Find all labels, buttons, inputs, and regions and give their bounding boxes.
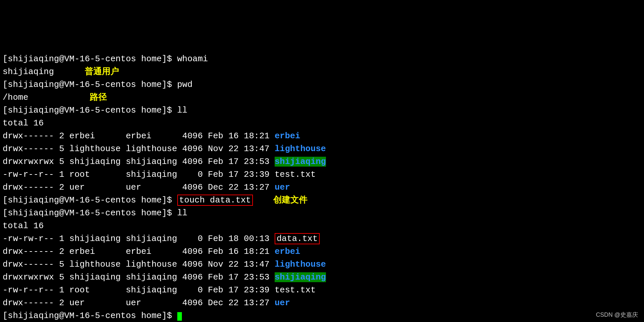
listing-row: drwx------ 5 lighthouse lighthouse 4096 … [3, 258, 641, 271]
command: ll [177, 105, 187, 115]
annotation-create-file: 创建文件 [273, 195, 308, 205]
listing-row: -rw-r--r-- 1 root shijiaqing 0 Feb 17 23… [3, 284, 641, 297]
command: ll [177, 208, 187, 218]
cursor [177, 312, 182, 321]
prompt-line: [shijiaqing@VM-16-5-centos home]$ pwd [3, 78, 641, 91]
listing-row: drwx------ 2 uer uer 4096 Dec 22 13:27 u… [3, 297, 641, 309]
prompt-line: [shijiaqing@VM-16-5-centos home]$ touch … [3, 194, 641, 207]
terminal-output[interactable]: [shijiaqing@VM-16-5-centos home]$ whoami… [3, 53, 641, 322]
listing-row: -rw-r--r-- 1 root shijiaqing 0 Feb 17 23… [3, 168, 641, 181]
listing-row: drwx------ 2 erbei erbei 4096 Feb 16 18:… [3, 245, 641, 258]
prompt: [shijiaqing@VM-16-5-centos home]$ [3, 311, 177, 321]
file-name: test.txt [275, 170, 316, 179]
file-name: erbei [275, 131, 300, 141]
annotation-ordinary-user: 普通用户 [85, 67, 119, 77]
output-line: total 16 [3, 117, 641, 130]
file-name: data.txt [277, 234, 318, 244]
output-line: /home 路径 [3, 91, 641, 104]
prompt: [shijiaqing@VM-16-5-centos home]$ [3, 208, 177, 218]
file-name: uer [275, 298, 290, 308]
file-name: lighthouse [275, 259, 326, 269]
annotation-path: 路径 [90, 93, 107, 102]
command: pwd [177, 80, 193, 90]
file-name: test.txt [275, 285, 316, 295]
file-name: erbei [275, 247, 300, 256]
prompt: [shijiaqing@VM-16-5-centos home]$ [3, 105, 177, 115]
file-name: lighthouse [275, 144, 326, 154]
highlighted-command: touch data.txt [177, 195, 253, 206]
highlighted-file: data.txt [275, 233, 320, 244]
prompt-line: [shijiaqing@VM-16-5-centos home]$ [3, 309, 641, 322]
listing-row: drwxrwxrwx 5 shijiaqing shijiaqing 4096 … [3, 155, 641, 168]
command: whoami [177, 54, 208, 64]
prompt-line: [shijiaqing@VM-16-5-centos home]$ ll [3, 207, 641, 220]
prompt: [shijiaqing@VM-16-5-centos home]$ [3, 195, 177, 205]
output-line: shijiaqing 普通用户 [3, 66, 641, 78]
listing-row: drwxrwxrwx 5 shijiaqing shijiaqing 4096 … [3, 271, 641, 284]
output-line: total 16 [3, 220, 641, 232]
prompt: [shijiaqing@VM-16-5-centos home]$ [3, 54, 177, 64]
prompt-line: [shijiaqing@VM-16-5-centos home]$ ll [3, 104, 641, 117]
watermark: CSDN @史嘉庆 [596, 310, 638, 319]
file-name: shijiaqing [275, 157, 326, 167]
prompt-line: [shijiaqing@VM-16-5-centos home]$ whoami [3, 53, 641, 66]
listing-row: drwx------ 2 erbei erbei 4096 Feb 16 18:… [3, 130, 641, 143]
file-name: uer [275, 182, 290, 192]
listing-row: -rw-rw-r-- 1 shijiaqing shijiaqing 0 Feb… [3, 232, 641, 245]
listing-row: drwx------ 5 lighthouse lighthouse 4096 … [3, 143, 641, 155]
listing-row: drwx------ 2 uer uer 4096 Dec 22 13:27 u… [3, 181, 641, 194]
file-name: shijiaqing [275, 272, 326, 282]
prompt: [shijiaqing@VM-16-5-centos home]$ [3, 80, 177, 90]
